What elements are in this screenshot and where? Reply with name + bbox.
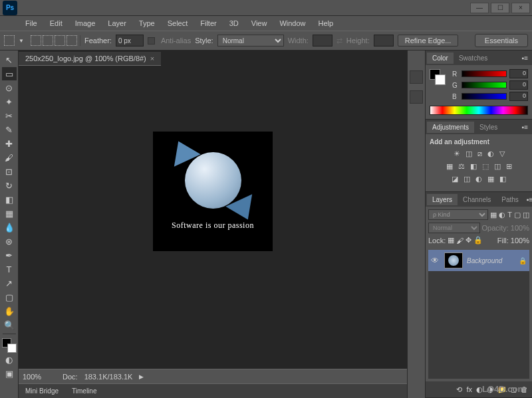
document-tab[interactable]: 250x250_logo.jpg @ 100% (RGB/8#) × — [19, 52, 161, 66]
filter-smart-icon[interactable]: ◫ — [523, 211, 529, 219]
filter-adj-icon[interactable]: ◐ — [499, 211, 505, 219]
hue-icon[interactable]: ▦ — [446, 162, 453, 171]
link-layers-icon[interactable]: ⟲ — [456, 385, 462, 394]
lock-pixels-icon[interactable]: 🖌 — [456, 237, 464, 245]
feather-input[interactable] — [116, 35, 144, 47]
new-selection-icon[interactable] — [31, 35, 41, 46]
background-swatch[interactable] — [7, 344, 17, 353]
close-button[interactable]: × — [511, 3, 530, 13]
intersect-selection-icon[interactable] — [66, 35, 77, 46]
fill-value[interactable]: 100% — [511, 237, 529, 245]
chevron-down-icon[interactable]: ▼ — [19, 38, 24, 44]
subtract-selection-icon[interactable] — [55, 35, 65, 46]
workspace-switcher[interactable]: Essentials — [475, 34, 528, 47]
blur-tool[interactable]: 💧 — [2, 221, 17, 234]
tab-adjustments[interactable]: Adjustments — [427, 122, 474, 133]
menu-select[interactable]: Select — [162, 18, 194, 29]
quickmask-tool[interactable]: ◐ — [2, 353, 17, 366]
lasso-tool[interactable]: ⊙ — [2, 81, 17, 94]
selective-color-icon[interactable]: ◧ — [499, 175, 506, 183]
bw-icon[interactable]: ◧ — [470, 162, 477, 171]
screenmode-tool[interactable]: ▣ — [2, 367, 17, 380]
history-brush-tool[interactable]: ↻ — [2, 179, 17, 192]
zoom-tool[interactable]: 🔍 — [2, 318, 17, 332]
dodge-tool[interactable]: ⊛ — [2, 235, 17, 248]
refine-edge-button[interactable]: Refine Edge... — [398, 35, 459, 47]
status-arrow-icon[interactable]: ▶ — [139, 373, 144, 380]
lock-icon[interactable]: 🔒 — [519, 257, 527, 264]
posterize-icon[interactable]: ◫ — [464, 175, 470, 183]
menu-layer[interactable]: Layer — [102, 18, 132, 29]
marquee-tool-icon[interactable] — [4, 35, 15, 46]
g-value[interactable]: 0 — [509, 80, 528, 90]
panel-color-swatches[interactable] — [430, 69, 446, 85]
panel-bg-swatch[interactable] — [435, 74, 446, 85]
color-swatches[interactable] — [2, 338, 17, 353]
menu-edit[interactable]: Edit — [45, 18, 68, 29]
crop-tool[interactable]: ✂ — [2, 109, 17, 122]
tab-paths[interactable]: Paths — [496, 194, 524, 205]
color-panel-menu-icon[interactable]: ▪≡ — [519, 54, 531, 62]
lock-transparent-icon[interactable]: ▦ — [448, 236, 454, 245]
type-tool[interactable]: T — [2, 262, 17, 276]
wand-tool[interactable]: ✦ — [2, 95, 17, 108]
lock-position-icon[interactable]: ✥ — [466, 236, 471, 245]
marquee-tool[interactable]: ▭ — [2, 67, 17, 80]
filter-type-icon[interactable]: T — [507, 211, 512, 219]
tab-timeline[interactable]: Timeline — [65, 385, 103, 397]
properties-panel-icon[interactable] — [410, 90, 423, 104]
path-tool[interactable]: ↗ — [2, 276, 17, 290]
menu-file[interactable]: File — [20, 18, 43, 29]
hand-tool[interactable]: ✋ — [2, 304, 17, 318]
menu-type[interactable]: Type — [134, 18, 160, 29]
layer-kind-filter[interactable]: ρ Kind — [428, 209, 488, 220]
style-select[interactable]: Normal — [217, 35, 284, 47]
history-panel-icon[interactable] — [410, 70, 423, 84]
brush-tool[interactable]: 🖌 — [2, 151, 17, 164]
layer-name[interactable]: Background — [467, 257, 502, 264]
stamp-tool[interactable]: ⊡ — [2, 165, 17, 178]
minimize-button[interactable]: — — [470, 3, 489, 13]
maximize-button[interactable]: ☐ — [491, 3, 509, 13]
tab-styles[interactable]: Styles — [474, 122, 503, 133]
eraser-tool[interactable]: ◧ — [2, 193, 17, 206]
layer-thumbnail[interactable] — [444, 252, 463, 268]
b-slider[interactable] — [462, 93, 507, 100]
layer-style-icon[interactable]: fx — [466, 385, 472, 393]
tab-swatches[interactable]: Swatches — [454, 52, 493, 64]
pen-tool[interactable]: ✒ — [2, 249, 17, 262]
document-close-icon[interactable]: × — [150, 54, 154, 62]
threshold-icon[interactable]: ◐ — [475, 175, 482, 183]
curves-icon[interactable]: ⧄ — [477, 149, 482, 158]
menu-filter[interactable]: Filter — [195, 18, 221, 29]
healing-tool[interactable]: ✚ — [2, 137, 17, 150]
menu-window[interactable]: Window — [274, 18, 311, 29]
blend-mode-select[interactable]: Normal — [428, 223, 480, 233]
lock-all-icon[interactable]: 🔒 — [473, 236, 483, 245]
gradient-tool[interactable]: ▦ — [2, 207, 17, 220]
menu-image[interactable]: Image — [70, 18, 101, 29]
spectrum-picker[interactable] — [430, 106, 528, 115]
canvas-viewport[interactable]: Software is our passion — [19, 66, 407, 369]
zoom-level[interactable]: 100% — [23, 373, 56, 381]
balance-icon[interactable]: ⚖ — [458, 162, 465, 171]
filter-shape-icon[interactable]: ▢ — [514, 211, 521, 219]
tab-channels[interactable]: Channels — [458, 194, 496, 205]
layers-panel-menu-icon[interactable]: ▪≡ — [524, 196, 532, 203]
filter-pixel-icon[interactable]: ▦ — [490, 211, 497, 219]
visibility-icon[interactable]: 👁 — [431, 256, 440, 265]
r-slider[interactable] — [462, 70, 507, 77]
opacity-value[interactable]: 100% — [511, 224, 529, 232]
r-value[interactable]: 0 — [509, 69, 528, 78]
photo-filter-icon[interactable]: ⬚ — [482, 162, 489, 171]
g-slider[interactable] — [462, 82, 507, 88]
b-value[interactable]: 0 — [509, 92, 528, 101]
adjustments-panel-menu-icon[interactable]: ▪≡ — [519, 124, 531, 131]
antialias-checkbox[interactable] — [148, 37, 155, 45]
channel-mixer-icon[interactable]: ◫ — [494, 162, 501, 171]
tab-layers[interactable]: Layers — [427, 194, 458, 205]
eyedropper-tool[interactable]: ✎ — [2, 123, 17, 136]
lookup-icon[interactable]: ⊞ — [506, 162, 512, 171]
vibrance-icon[interactable]: ▽ — [499, 149, 505, 158]
invert-icon[interactable]: ◪ — [452, 175, 458, 183]
